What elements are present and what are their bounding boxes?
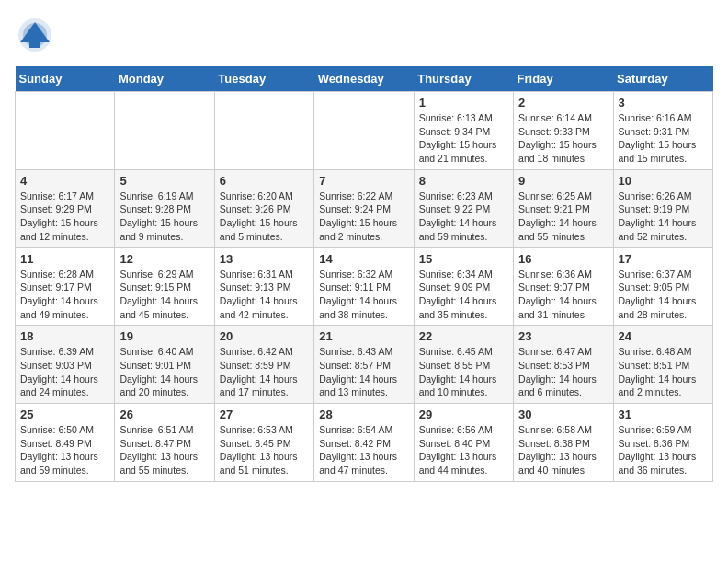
calendar-cell: 21Sunrise: 6:43 AMSunset: 8:57 PMDayligh… <box>314 326 414 404</box>
day-number: 19 <box>119 329 209 343</box>
day-number: 27 <box>220 408 309 421</box>
calendar-cell: 26Sunrise: 6:51 AMSunset: 8:47 PMDayligh… <box>115 404 214 482</box>
calendar-cell: 27Sunrise: 6:53 AMSunset: 8:45 PMDayligh… <box>214 404 313 482</box>
calendar-header-row: SundayMondayTuesdayWednesdayThursdayFrid… <box>16 66 713 92</box>
day-number: 13 <box>220 252 309 266</box>
day-number: 7 <box>319 174 408 188</box>
day-info: Sunrise: 6:23 AMSunset: 9:22 PMDaylight:… <box>419 190 508 244</box>
day-info: Sunrise: 6:59 AMSunset: 8:36 PMDaylight:… <box>619 423 708 477</box>
calendar-week-row: 1Sunrise: 6:13 AMSunset: 9:34 PMDaylight… <box>16 92 713 170</box>
day-info: Sunrise: 6:31 AMSunset: 9:13 PMDaylight:… <box>220 268 309 322</box>
calendar-cell: 6Sunrise: 6:20 AMSunset: 9:26 PMDaylight… <box>214 169 313 247</box>
day-number: 22 <box>419 329 508 343</box>
day-info: Sunrise: 6:34 AMSunset: 9:09 PMDaylight:… <box>419 268 508 322</box>
calendar-cell: 15Sunrise: 6:34 AMSunset: 9:09 PMDayligh… <box>414 247 513 326</box>
day-number: 20 <box>220 329 309 343</box>
calendar-cell <box>16 92 115 170</box>
day-info: Sunrise: 6:42 AMSunset: 8:59 PMDaylight:… <box>220 345 309 399</box>
calendar-cell: 12Sunrise: 6:29 AMSunset: 9:15 PMDayligh… <box>115 247 214 326</box>
day-info: Sunrise: 6:36 AMSunset: 9:07 PMDaylight:… <box>518 268 608 322</box>
page-header <box>15 15 713 55</box>
calendar-cell: 16Sunrise: 6:36 AMSunset: 9:07 PMDayligh… <box>514 247 613 326</box>
calendar-table: SundayMondayTuesdayWednesdayThursdayFrid… <box>15 66 713 482</box>
day-number: 17 <box>619 252 708 266</box>
day-number: 8 <box>419 174 508 188</box>
day-number: 9 <box>518 174 608 188</box>
calendar-cell <box>314 92 414 170</box>
calendar-cell: 25Sunrise: 6:50 AMSunset: 8:49 PMDayligh… <box>16 404 115 482</box>
day-number: 10 <box>619 174 708 188</box>
calendar-cell: 7Sunrise: 6:22 AMSunset: 9:24 PMDaylight… <box>314 169 414 247</box>
calendar-cell: 8Sunrise: 6:23 AMSunset: 9:22 PMDaylight… <box>414 169 513 247</box>
day-info: Sunrise: 6:28 AMSunset: 9:17 PMDaylight:… <box>20 268 109 322</box>
calendar-cell: 2Sunrise: 6:14 AMSunset: 9:33 PMDaylight… <box>514 92 613 170</box>
calendar-cell: 23Sunrise: 6:47 AMSunset: 8:53 PMDayligh… <box>514 326 613 404</box>
calendar-week-row: 4Sunrise: 6:17 AMSunset: 9:29 PMDaylight… <box>16 169 713 247</box>
day-number: 24 <box>619 329 708 343</box>
calendar-cell <box>214 92 313 170</box>
calendar-cell: 14Sunrise: 6:32 AMSunset: 9:11 PMDayligh… <box>314 247 414 326</box>
logo <box>15 15 59 55</box>
day-info: Sunrise: 6:51 AMSunset: 8:47 PMDaylight:… <box>119 423 209 477</box>
calendar-cell: 31Sunrise: 6:59 AMSunset: 8:36 PMDayligh… <box>613 404 712 482</box>
day-number: 25 <box>20 408 109 421</box>
day-info: Sunrise: 6:54 AMSunset: 8:42 PMDaylight:… <box>319 423 408 477</box>
day-number: 1 <box>419 96 508 109</box>
day-number: 18 <box>20 329 109 343</box>
logo-icon <box>15 15 55 55</box>
day-info: Sunrise: 6:53 AMSunset: 8:45 PMDaylight:… <box>220 423 309 477</box>
day-info: Sunrise: 6:48 AMSunset: 8:51 PMDaylight:… <box>619 345 708 399</box>
weekday-header-wednesday: Wednesday <box>314 66 414 92</box>
day-info: Sunrise: 6:47 AMSunset: 8:53 PMDaylight:… <box>518 345 608 399</box>
day-number: 30 <box>518 408 608 421</box>
day-info: Sunrise: 6:56 AMSunset: 8:40 PMDaylight:… <box>419 423 508 477</box>
calendar-cell: 28Sunrise: 6:54 AMSunset: 8:42 PMDayligh… <box>314 404 414 482</box>
day-info: Sunrise: 6:40 AMSunset: 9:01 PMDaylight:… <box>119 345 209 399</box>
day-number: 6 <box>220 174 309 188</box>
day-number: 11 <box>20 252 109 266</box>
day-info: Sunrise: 6:20 AMSunset: 9:26 PMDaylight:… <box>220 190 309 244</box>
day-number: 15 <box>419 252 508 266</box>
day-number: 12 <box>119 252 209 266</box>
day-info: Sunrise: 6:37 AMSunset: 9:05 PMDaylight:… <box>619 268 708 322</box>
calendar-cell: 17Sunrise: 6:37 AMSunset: 9:05 PMDayligh… <box>613 247 712 326</box>
calendar-cell: 20Sunrise: 6:42 AMSunset: 8:59 PMDayligh… <box>214 326 313 404</box>
calendar-cell: 18Sunrise: 6:39 AMSunset: 9:03 PMDayligh… <box>16 326 115 404</box>
day-number: 26 <box>119 408 209 421</box>
day-number: 14 <box>319 252 408 266</box>
day-info: Sunrise: 6:14 AMSunset: 9:33 PMDaylight:… <box>518 111 608 166</box>
calendar-week-row: 25Sunrise: 6:50 AMSunset: 8:49 PMDayligh… <box>16 404 713 482</box>
day-info: Sunrise: 6:58 AMSunset: 8:38 PMDaylight:… <box>518 423 608 477</box>
day-number: 21 <box>319 329 408 343</box>
day-info: Sunrise: 6:25 AMSunset: 9:21 PMDaylight:… <box>518 190 608 244</box>
day-info: Sunrise: 6:43 AMSunset: 8:57 PMDaylight:… <box>319 345 408 399</box>
weekday-header-monday: Monday <box>115 66 214 92</box>
weekday-header-sunday: Sunday <box>16 66 115 92</box>
weekday-header-tuesday: Tuesday <box>214 66 313 92</box>
calendar-cell: 29Sunrise: 6:56 AMSunset: 8:40 PMDayligh… <box>414 404 513 482</box>
day-number: 28 <box>319 408 408 421</box>
calendar-week-row: 18Sunrise: 6:39 AMSunset: 9:03 PMDayligh… <box>16 326 713 404</box>
calendar-cell <box>115 92 214 170</box>
weekday-header-thursday: Thursday <box>414 66 513 92</box>
calendar-cell: 11Sunrise: 6:28 AMSunset: 9:17 PMDayligh… <box>16 247 115 326</box>
calendar-cell: 13Sunrise: 6:31 AMSunset: 9:13 PMDayligh… <box>214 247 313 326</box>
day-number: 3 <box>619 96 708 109</box>
calendar-cell: 19Sunrise: 6:40 AMSunset: 9:01 PMDayligh… <box>115 326 214 404</box>
day-info: Sunrise: 6:22 AMSunset: 9:24 PMDaylight:… <box>319 190 408 244</box>
day-number: 4 <box>20 174 109 188</box>
day-info: Sunrise: 6:45 AMSunset: 8:55 PMDaylight:… <box>419 345 508 399</box>
day-number: 16 <box>518 252 608 266</box>
calendar-cell: 30Sunrise: 6:58 AMSunset: 8:38 PMDayligh… <box>514 404 613 482</box>
calendar-cell: 5Sunrise: 6:19 AMSunset: 9:28 PMDaylight… <box>115 169 214 247</box>
day-number: 31 <box>619 408 708 421</box>
day-info: Sunrise: 6:26 AMSunset: 9:19 PMDaylight:… <box>619 190 708 244</box>
calendar-cell: 10Sunrise: 6:26 AMSunset: 9:19 PMDayligh… <box>613 169 712 247</box>
calendar-cell: 24Sunrise: 6:48 AMSunset: 8:51 PMDayligh… <box>613 326 712 404</box>
calendar-week-row: 11Sunrise: 6:28 AMSunset: 9:17 PMDayligh… <box>16 247 713 326</box>
svg-rect-3 <box>29 42 40 48</box>
day-info: Sunrise: 6:29 AMSunset: 9:15 PMDaylight:… <box>119 268 209 322</box>
day-info: Sunrise: 6:19 AMSunset: 9:28 PMDaylight:… <box>119 190 209 244</box>
day-info: Sunrise: 6:32 AMSunset: 9:11 PMDaylight:… <box>319 268 408 322</box>
calendar-cell: 4Sunrise: 6:17 AMSunset: 9:29 PMDaylight… <box>16 169 115 247</box>
